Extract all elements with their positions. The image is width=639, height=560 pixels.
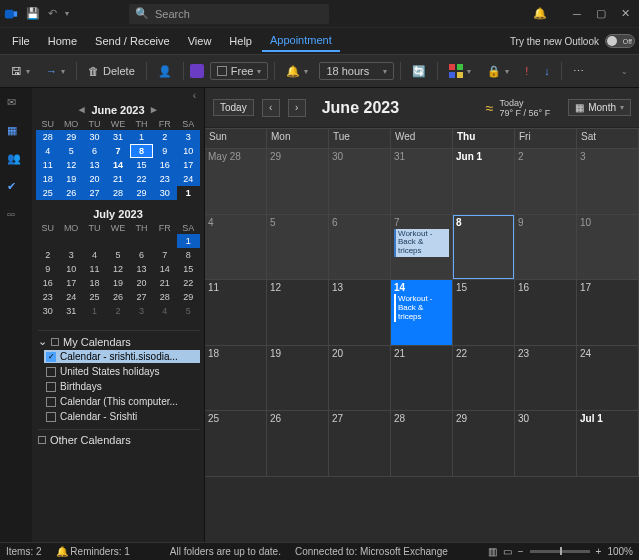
private-button[interactable]: 🔒▾	[482, 62, 514, 81]
minical-day[interactable]: 29	[177, 290, 200, 304]
minical-day[interactable]: 15	[177, 262, 200, 276]
minical-day[interactable]: 12	[59, 158, 82, 172]
calendar-list-item[interactable]: Calendar - Srishti	[44, 410, 200, 423]
zoom-value[interactable]: 100%	[607, 546, 633, 557]
calendar-icon[interactable]: ▦	[7, 124, 25, 142]
day-cell[interactable]: 11	[205, 280, 267, 346]
reminder-dropdown[interactable]: 18 hours▾	[319, 62, 394, 80]
minical-day[interactable]: 29	[130, 186, 153, 200]
calendar-list-item[interactable]: Calendar (This computer...	[44, 395, 200, 408]
menu-appointment[interactable]: Appointment	[262, 30, 340, 52]
minical-day[interactable]: 4	[36, 144, 59, 158]
low-importance-button[interactable]: ↓	[539, 62, 555, 80]
day-cell[interactable]: 6	[329, 215, 391, 281]
minical-day[interactable]: 2	[106, 304, 129, 318]
minical-day[interactable]: 21	[153, 276, 176, 290]
day-cell[interactable]: 29	[267, 149, 329, 215]
menu-home[interactable]: Home	[40, 31, 85, 51]
minical-day[interactable]: 27	[130, 290, 153, 304]
day-cell[interactable]: 18	[205, 346, 267, 412]
minical-day[interactable]: 28	[106, 186, 129, 200]
day-cell[interactable]: 19	[267, 346, 329, 412]
minical-day[interactable]: 16	[153, 158, 176, 172]
menu-sendreceive[interactable]: Send / Receive	[87, 31, 178, 51]
day-cell[interactable]: 23	[515, 346, 577, 412]
more-apps-icon[interactable]: ▫▫	[7, 208, 25, 226]
day-cell[interactable]: 20	[329, 346, 391, 412]
day-cell[interactable]: 17	[577, 280, 639, 346]
day-cell[interactable]: Jun 1	[453, 149, 515, 215]
day-cell[interactable]: 13	[329, 280, 391, 346]
day-cell[interactable]: 22	[453, 346, 515, 412]
my-calendars-header[interactable]: ⌄ My Calendars	[38, 330, 200, 348]
minical-day[interactable]: 7	[153, 248, 176, 262]
status-reminders[interactable]: 🔔 Reminders: 1	[56, 546, 130, 557]
todo-icon[interactable]: ✔	[7, 180, 25, 198]
try-outlook-toggle[interactable]: Off	[605, 34, 635, 48]
checkbox[interactable]	[46, 412, 56, 422]
minical-day[interactable]: 12	[106, 262, 129, 276]
minical-day[interactable]: 2	[153, 130, 176, 144]
checkbox[interactable]	[46, 367, 56, 377]
minical-day[interactable]	[153, 234, 176, 248]
minical-day[interactable]	[83, 234, 106, 248]
minical-day[interactable]: 11	[83, 262, 106, 276]
checkbox[interactable]	[46, 397, 56, 407]
minical-day[interactable]: 1	[177, 186, 200, 200]
minical-day[interactable]: 15	[130, 158, 153, 172]
weather-widget[interactable]: ≈ Today 79° F / 56° F	[486, 98, 550, 118]
search-input[interactable]: 🔍 Search	[129, 4, 329, 24]
minical-day[interactable]: 25	[83, 290, 106, 304]
prev-month-icon[interactable]: ◂	[79, 103, 85, 116]
minimize-button[interactable]: ─	[567, 4, 587, 24]
day-cell[interactable]: 4	[205, 215, 267, 281]
save-close-button[interactable]: 🖫▾	[6, 62, 35, 80]
minical-day[interactable]	[130, 234, 153, 248]
day-cell[interactable]: 28	[391, 411, 453, 477]
minical-day[interactable]: 18	[36, 172, 59, 186]
minical-day[interactable]: 2	[36, 248, 59, 262]
mail-icon[interactable]: ✉	[7, 96, 25, 114]
minical-day[interactable]: 26	[59, 186, 82, 200]
minical-day[interactable]: 28	[153, 290, 176, 304]
minical-day[interactable]: 18	[83, 276, 106, 290]
minical-day[interactable]: 23	[153, 172, 176, 186]
minical-day[interactable]: 6	[130, 248, 153, 262]
minical-day[interactable]: 30	[36, 304, 59, 318]
menu-help[interactable]: Help	[221, 31, 260, 51]
calendar-list-item[interactable]: United States holidays	[44, 365, 200, 378]
day-cell[interactable]: 24	[577, 346, 639, 412]
day-cell[interactable]: 21	[391, 346, 453, 412]
menu-view[interactable]: View	[180, 31, 220, 51]
minical-day[interactable]: 24	[177, 172, 200, 186]
more-button[interactable]: ⋯	[568, 62, 589, 81]
minical-day[interactable]: 22	[177, 276, 200, 290]
day-cell[interactable]: 31	[391, 149, 453, 215]
day-cell[interactable]: 30	[515, 411, 577, 477]
minical-day[interactable]: 19	[59, 172, 82, 186]
quickaccess-dropdown-icon[interactable]: ▾	[65, 9, 69, 18]
minical-day[interactable]: 21	[106, 172, 129, 186]
minical-day[interactable]	[106, 234, 129, 248]
calendar-list-item[interactable]: Birthdays	[44, 380, 200, 393]
show-as-dropdown[interactable]: Free▾	[210, 62, 269, 80]
recurrence-button[interactable]: 🔄	[407, 62, 431, 81]
minical-day[interactable]: 20	[130, 276, 153, 290]
minical-day[interactable]: 8	[130, 144, 153, 158]
minical-day[interactable]: 14	[106, 158, 129, 172]
calendar-grid[interactable]: SunMonTueWedThuFriSatMay 28293031Jun 123…	[205, 128, 639, 542]
minical-day[interactable]: 30	[83, 130, 106, 144]
minical-day[interactable]: 28	[36, 130, 59, 144]
calendar-event[interactable]: Workout - Back & triceps	[394, 294, 449, 322]
delete-button[interactable]: 🗑Delete	[83, 62, 140, 80]
day-cell[interactable]: 9	[515, 215, 577, 281]
minical-day[interactable]: 11	[36, 158, 59, 172]
view-normal-icon[interactable]: ▭	[503, 546, 512, 557]
minical-day[interactable]: 27	[83, 186, 106, 200]
save-icon[interactable]: 💾	[26, 7, 40, 20]
invite-attendees-button[interactable]: 👤	[153, 62, 177, 81]
day-cell[interactable]: 26	[267, 411, 329, 477]
undo-icon[interactable]: ↶	[48, 7, 57, 20]
calendar-event[interactable]: Workout - Back & triceps	[394, 229, 449, 257]
high-importance-button[interactable]: !	[520, 62, 533, 80]
